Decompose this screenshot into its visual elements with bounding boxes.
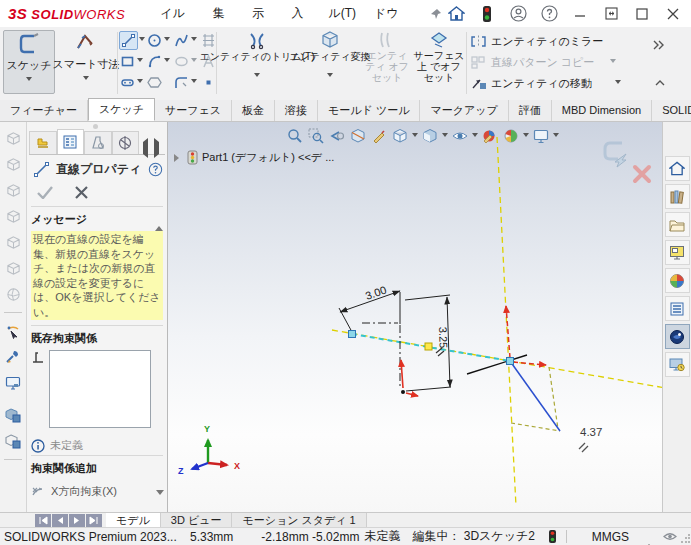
tab-evaluate[interactable]: 評価 [509,100,552,121]
point-handle-arrow-right[interactable] [406,393,418,396]
sphere-view-icon[interactable] [3,284,23,304]
sketch-endpoint[interactable] [349,331,356,338]
tab-markup[interactable]: マークアップ [420,100,508,121]
message-collapse-icon[interactable] [155,214,163,226]
cube-view-icon[interactable] [3,206,23,226]
smart-dimension-dropdown-icon[interactable] [83,76,89,83]
cube-view-icon[interactable] [3,154,23,174]
next-tab-button[interactable] [69,514,85,527]
orbit-cursor-icon[interactable] [3,321,23,341]
circle-dropdown-icon[interactable] [164,37,170,44]
spline-dropdown-icon[interactable] [191,37,197,44]
sketch-pattern-icon[interactable] [200,32,217,49]
ok-button[interactable] [37,186,53,199]
fullscreen-button[interactable] [599,3,623,25]
ellipse-tool-icon[interactable] [173,53,190,70]
ribbon-overflow-icon[interactable] [652,39,666,53]
previous-tab-button[interactable] [52,514,68,527]
pm-help-icon[interactable] [148,162,163,177]
sketch-line-selected-blue[interactable] [510,361,560,431]
tab-surfaces[interactable]: サーフェス [155,100,232,121]
slot-tool-icon[interactable] [119,74,136,91]
maximize-button[interactable] [630,3,654,25]
sketch-point[interactable] [401,390,405,394]
rectangle-dropdown-icon[interactable] [137,58,143,65]
help-icon[interactable] [537,3,561,25]
polygon-tool-icon[interactable] [146,74,163,91]
sketch-canvas[interactable]: 3.00 3.25 4.37 [168,122,662,513]
home-icon[interactable] [444,3,468,25]
line-dropdown-icon[interactable] [139,37,145,44]
configuration-manager-tab[interactable] [84,131,112,154]
stacked-cubes-icon[interactable] [3,405,23,425]
line-tool-icon[interactable] [119,31,138,50]
monitor-settings-icon[interactable] [3,373,23,393]
dimxpert-manager-tab[interactable] [112,131,140,154]
spline-tool-icon[interactable] [173,32,190,49]
property-manager-tab[interactable] [57,129,85,154]
home-tab-icon[interactable] [665,156,690,181]
offset-on-surface-button[interactable]: サーフェス上 でオフセット [412,30,466,92]
units-label[interactable]: MMGS [592,530,629,544]
motion-study-tab[interactable]: モーション スタディ 1 [232,513,366,528]
slot-dropdown-icon[interactable] [137,79,143,86]
offset-entities-button[interactable]: エンティティ オフセット [364,30,410,92]
close-button[interactable] [661,3,685,25]
convert-dropdown-icon[interactable] [327,73,333,80]
pm-scroll-down-icon[interactable] [156,495,164,507]
minimize-button[interactable] [568,3,592,25]
solidworks-forum-icon[interactable] [665,324,690,349]
fillet-tool-icon[interactable] [173,74,190,91]
arc-tool-icon[interactable] [146,53,163,70]
circle-tool-icon[interactable] [146,32,163,49]
tab-mbd-dimension[interactable]: MBD Dimension [552,100,652,121]
sketch-origin-point[interactable] [507,358,514,365]
trim-entities-button[interactable]: エンティティのトリム(T) [219,30,295,92]
stacked-cubes-icon[interactable] [3,431,23,451]
dim-value-325[interactable]: 3.25 [437,327,450,349]
linear-pattern-button[interactable]: 直線パターン コピー [470,52,621,73]
rectangle-tool-icon[interactable] [119,53,136,70]
panel-drag-handle[interactable] [93,124,98,129]
along-x-relation-item[interactable]: X方向拘束(X) [51,484,117,499]
tab-solidworks-addins[interactable]: SOLIDWORKS アドイン [652,100,691,121]
pin-menu-icon[interactable] [428,3,444,25]
appearances-scenes-icon[interactable] [665,268,690,293]
tab-weldments[interactable]: 溶接 [275,100,318,121]
arc-dropdown-icon[interactable] [164,58,170,65]
pm-tab-scroll-left-icon[interactable] [139,142,148,154]
view-palette-icon[interactable] [665,240,690,265]
quick-tips-icon[interactable] [663,531,677,542]
fillet-dropdown-icon[interactable] [191,79,197,86]
status-light-icon[interactable] [475,3,499,25]
wrench-edit-icon[interactable] [3,347,23,367]
tab-features[interactable]: フィーチャー [0,100,88,121]
file-explorer-icon[interactable] [665,212,690,237]
resize-grip[interactable] [680,534,690,544]
pattern-dropdown-icon[interactable] [610,59,616,66]
3d-views-tab[interactable]: 3D ビュー [161,513,233,528]
tab-sheet-metal[interactable]: 板金 [232,100,275,121]
tab-sketch[interactable]: スケッチ [88,98,155,121]
last-tab-button[interactable] [86,514,102,527]
model-tab[interactable]: モデル [106,513,161,528]
cube-view-icon[interactable] [3,180,23,200]
smart-dimension-button[interactable]: スマート寸法 [57,30,115,92]
existing-relations-listbox[interactable] [49,350,151,428]
cube-view-icon[interactable] [3,128,23,148]
custom-properties-icon[interactable] [665,296,690,321]
cube-view-icon[interactable] [3,232,23,252]
units-dropdown-icon[interactable] [645,530,653,544]
mirror-entities-button[interactable]: エンティティのミラー [470,31,621,52]
cube-view-icon[interactable] [3,258,23,278]
graphics-viewport[interactable]: Part1 (デフォルト) <<デ ... [168,122,662,513]
tab-mold-tools[interactable]: モールド ツール [318,100,420,121]
design-library-icon[interactable] [665,184,690,209]
first-tab-button[interactable] [35,514,51,527]
point-tool-icon[interactable] [200,74,217,91]
move-entities-button[interactable]: エンティティの移動 [470,73,621,94]
ellipse-dropdown-icon[interactable] [191,58,197,65]
convert-entities-button[interactable]: エンティティ変換 [298,30,362,92]
feature-manager-tab[interactable] [29,131,57,154]
sketch-dropdown-icon[interactable] [26,77,32,84]
